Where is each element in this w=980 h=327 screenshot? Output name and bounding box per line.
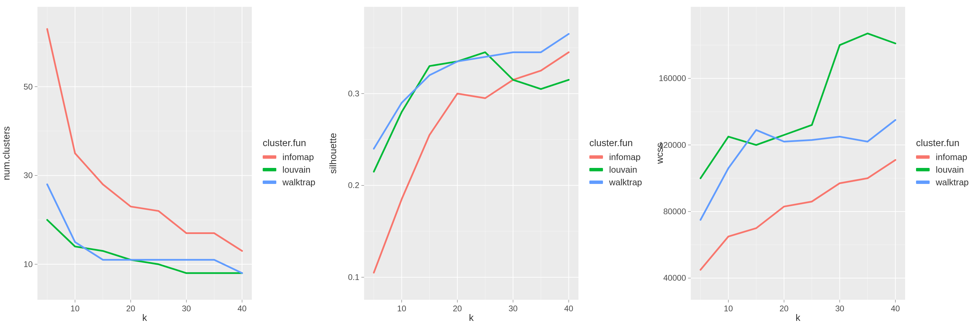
legend-swatch — [263, 180, 276, 184]
x-tick-label: 40 — [237, 304, 247, 313]
y-axis-title: silhouette — [328, 133, 338, 174]
legend-title: cluster.fun — [916, 137, 969, 148]
x-tick-label: 30 — [508, 304, 517, 313]
chart-panel: 102030404000080000120000160000kwcss — [653, 0, 912, 327]
chart-facet: 102030404000080000120000160000kwcssclust… — [653, 0, 980, 327]
legend-swatch — [589, 168, 603, 171]
legend: cluster.funinfomaplouvainwalktrap — [263, 137, 315, 190]
legend: cluster.funinfomaplouvainwalktrap — [589, 137, 642, 190]
legend-swatch — [916, 155, 930, 159]
x-tick-label: 10 — [397, 304, 406, 313]
chart-facet: 102030400.10.20.3ksilhouettecluster.funi… — [327, 0, 653, 327]
x-tick-label: 40 — [564, 304, 573, 313]
legend-entry: infomap — [916, 152, 969, 163]
y-tick-label: 10 — [24, 260, 33, 269]
legend-entry: walktrap — [263, 177, 315, 188]
panel-bg — [364, 7, 579, 300]
legend-label: infomap — [609, 152, 641, 163]
chart-panel: 10203040103050knum.clusters — [0, 0, 259, 327]
legend-entry: walktrap — [589, 177, 642, 188]
panel-bg — [37, 7, 252, 300]
x-tick-label: 40 — [891, 304, 900, 313]
x-tick-label: 20 — [126, 304, 135, 313]
y-tick-label: 0.3 — [348, 89, 360, 98]
legend-entry: infomap — [263, 152, 315, 163]
y-tick-label: 0.2 — [348, 180, 360, 190]
legend-swatch — [263, 155, 276, 159]
y-axis-title: wcss — [654, 143, 665, 164]
x-tick-label: 10 — [724, 304, 733, 313]
legend-label: louvain — [936, 164, 964, 175]
legend-label: louvain — [282, 164, 310, 175]
panel-bg — [691, 7, 905, 300]
legend-title: cluster.fun — [263, 137, 315, 148]
x-axis-title: k — [469, 313, 474, 323]
x-axis-title: k — [142, 313, 147, 323]
legend-swatch — [916, 168, 930, 171]
x-axis-title: k — [795, 313, 801, 323]
chart-facet: 10203040103050knum.clusterscluster.funin… — [0, 0, 327, 327]
legend-label: walktrap — [282, 177, 315, 188]
legend-swatch — [916, 180, 930, 184]
legend-label: walktrap — [936, 177, 969, 188]
x-tick-label: 10 — [70, 304, 80, 313]
legend-label: infomap — [936, 152, 967, 163]
legend-entry: louvain — [589, 164, 642, 175]
legend-label: infomap — [282, 152, 314, 163]
legend-swatch — [589, 180, 603, 184]
legend-entry: infomap — [589, 152, 642, 163]
y-axis-title: num.clusters — [1, 126, 11, 180]
x-tick-label: 20 — [453, 304, 462, 313]
y-tick-label: 80000 — [663, 207, 686, 216]
legend-swatch — [263, 168, 276, 171]
y-tick-label: 50 — [24, 82, 33, 91]
y-tick-label: 40000 — [663, 273, 686, 282]
chart-panel: 102030400.10.20.3ksilhouette — [327, 0, 585, 327]
legend-label: louvain — [609, 164, 637, 175]
y-tick-label: 160000 — [659, 73, 686, 83]
legend: cluster.funinfomaplouvainwalktrap — [916, 137, 969, 190]
legend-entry: louvain — [916, 164, 969, 175]
y-tick-label: 30 — [24, 171, 33, 180]
legend-entry: louvain — [263, 164, 315, 175]
legend-label: walktrap — [609, 177, 642, 188]
legend-title: cluster.fun — [589, 137, 642, 148]
legend-swatch — [589, 155, 603, 159]
x-tick-label: 30 — [835, 304, 844, 313]
y-tick-label: 0.1 — [348, 273, 360, 282]
x-tick-label: 20 — [780, 304, 789, 313]
x-tick-label: 30 — [182, 304, 191, 313]
legend-entry: walktrap — [916, 177, 969, 188]
